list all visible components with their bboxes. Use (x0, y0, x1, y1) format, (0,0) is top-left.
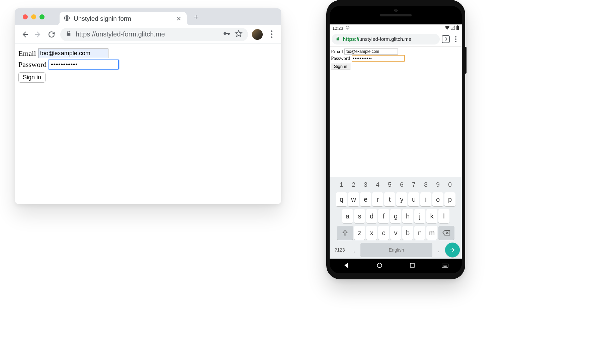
profile-avatar[interactable] (252, 29, 263, 40)
minimize-window-button[interactable] (31, 14, 36, 19)
period-key[interactable]: . (434, 243, 444, 257)
key-b[interactable]: b (402, 226, 413, 240)
email-input[interactable] (344, 49, 398, 55)
key-n[interactable]: n (414, 226, 425, 240)
window-controls (20, 8, 48, 25)
key-w[interactable]: w (348, 192, 359, 206)
desktop-chrome-window: Unstyled signin form ✕ + https://unstyle… (15, 8, 281, 204)
key-k[interactable]: k (426, 209, 437, 223)
key-a[interactable]: a (342, 209, 353, 223)
new-tab-button[interactable]: + (190, 11, 202, 23)
backspace-key[interactable] (438, 226, 454, 240)
key-3[interactable]: 3 (360, 180, 371, 190)
mobile-device-frame: 12:23 https://unstyled-form.glitch.me (326, 0, 465, 279)
password-input[interactable] (49, 60, 119, 70)
signin-button[interactable]: Sign in (18, 72, 46, 83)
key-i[interactable]: i (420, 192, 431, 206)
key-z[interactable]: z (354, 226, 365, 240)
key-x[interactable]: x (366, 226, 377, 240)
android-status-bar: 12:23 (330, 24, 462, 32)
comma-key[interactable]: , (349, 243, 359, 257)
key-5[interactable]: 5 (384, 180, 395, 190)
key-icon[interactable] (223, 29, 231, 39)
spacebar-key[interactable]: English (360, 243, 432, 257)
lock-icon (336, 36, 340, 42)
key-q[interactable]: q (336, 192, 347, 206)
front-camera (394, 9, 398, 12)
key-g[interactable]: g (390, 209, 401, 223)
key-1[interactable]: 1 (336, 180, 347, 190)
url-host: unstyled-form.glitch.me (359, 36, 411, 42)
shift-key[interactable] (337, 226, 353, 240)
svg-point-1 (224, 32, 226, 35)
svg-point-8 (377, 263, 382, 267)
svg-rect-9 (410, 263, 414, 267)
mobile-screen: 12:23 https://unstyled-form.glitch.me (330, 6, 462, 273)
keyboard-switcher-icon[interactable] (442, 263, 448, 269)
key-8[interactable]: 8 (420, 180, 431, 190)
page-content: Email Password Sign in (15, 44, 281, 87)
keyboard-row-2: asdfghjkl (331, 209, 461, 223)
close-window-button[interactable] (23, 14, 28, 19)
tab-title: Unstyled signin form (74, 15, 172, 22)
key-c[interactable]: c (378, 226, 389, 240)
star-icon[interactable] (235, 29, 243, 39)
key-d[interactable]: d (366, 209, 377, 223)
url-text: https://unstyled-form.glitch.me (76, 30, 219, 38)
password-label: Password (331, 56, 350, 61)
key-0[interactable]: 0 (444, 180, 455, 190)
key-4[interactable]: 4 (372, 180, 383, 190)
key-h[interactable]: h (402, 209, 413, 223)
browser-tab[interactable]: Unstyled signin form ✕ (60, 12, 187, 25)
key-t[interactable]: t (384, 192, 395, 206)
mobile-address-bar[interactable]: https://unstyled-form.glitch.me (332, 34, 440, 44)
email-input[interactable] (38, 49, 108, 58)
keyboard-row-3: zxcvbnm (331, 226, 461, 240)
key-u[interactable]: u (408, 192, 419, 206)
address-bar[interactable]: https://unstyled-form.glitch.me (60, 28, 248, 41)
password-input[interactable] (352, 55, 405, 62)
svg-rect-3 (228, 33, 229, 35)
key-9[interactable]: 9 (432, 180, 443, 190)
key-2[interactable]: 2 (348, 180, 359, 190)
close-tab-button[interactable]: ✕ (175, 15, 183, 22)
key-j[interactable]: j (414, 209, 425, 223)
browser-toolbar: https://unstyled-form.glitch.me (15, 25, 281, 44)
keyboard-number-row: 1234567890 (331, 180, 461, 190)
forward-button[interactable] (33, 30, 43, 39)
svg-rect-7 (457, 25, 458, 26)
enter-key[interactable] (445, 243, 460, 257)
key-s[interactable]: s (354, 209, 365, 223)
key-m[interactable]: m (426, 226, 437, 240)
key-e[interactable]: e (360, 192, 371, 206)
mobile-page-content: Email Password Sign in (330, 47, 462, 177)
key-6[interactable]: 6 (396, 180, 407, 190)
back-button[interactable] (20, 30, 29, 39)
signin-button[interactable]: Sign in (331, 63, 350, 70)
url-scheme: https:// (343, 36, 359, 42)
mobile-menu-button[interactable] (452, 36, 460, 42)
key-v[interactable]: v (390, 226, 401, 240)
android-home-button[interactable] (376, 262, 383, 270)
key-p[interactable]: p (444, 192, 455, 206)
symbols-key[interactable]: ?123 (332, 243, 348, 257)
mobile-browser-toolbar: https://unstyled-form.glitch.me 3 (330, 32, 462, 47)
key-r[interactable]: r (372, 192, 383, 206)
key-l[interactable]: l (438, 209, 449, 223)
signal-icon (451, 25, 455, 31)
key-o[interactable]: o (432, 192, 443, 206)
reload-button[interactable] (47, 30, 56, 39)
maximize-window-button[interactable] (39, 14, 45, 19)
key-f[interactable]: f (378, 209, 389, 223)
key-y[interactable]: y (396, 192, 407, 206)
android-keyboard: 1234567890 qwertyuiop asdfghjkl zxcvbnm … (330, 177, 462, 259)
tab-switcher-button[interactable]: 3 (442, 35, 450, 43)
android-back-button[interactable] (343, 262, 350, 270)
browser-menu-button[interactable] (267, 30, 276, 38)
keyboard-bottom-row: ?123 , English . (331, 243, 461, 257)
email-label: Email (331, 49, 343, 55)
phone-bezel-top (330, 6, 462, 24)
keyboard-row-1: qwertyuiop (331, 192, 461, 206)
android-recents-button[interactable] (409, 262, 415, 270)
key-7[interactable]: 7 (408, 180, 419, 190)
